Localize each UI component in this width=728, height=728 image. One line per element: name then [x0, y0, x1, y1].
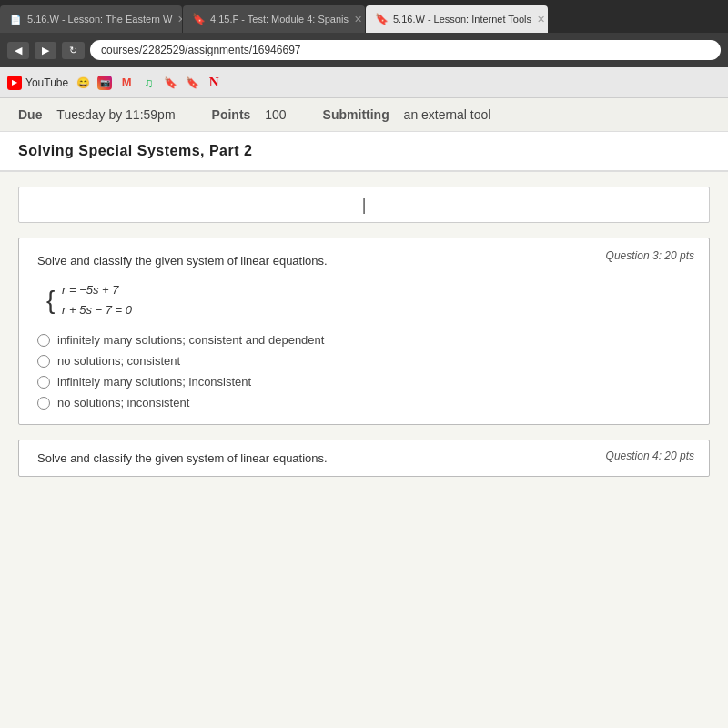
question3-instruction: Solve and classify the given system of l…: [37, 253, 691, 269]
question3-box: Question 3: 20 pts Solve and classify th…: [18, 238, 710, 425]
bookmark-netflix[interactable]: N: [207, 76, 221, 90]
tab-eastern-label: 5.16.W - Lesson: The Eastern W: [27, 14, 172, 25]
address-text: courses/2282529/assignments/16946697: [101, 44, 301, 56]
radio-1[interactable]: [37, 334, 50, 347]
radio-4[interactable]: [37, 397, 50, 410]
equation1: r = −5s + 7: [62, 280, 132, 300]
tab-internet-tools-icon: 🔖: [375, 13, 388, 25]
option-2-text: no solutions; consistent: [57, 354, 180, 368]
radio-3[interactable]: [37, 376, 50, 389]
gmail-icon: M: [119, 76, 134, 90]
answer-option-1[interactable]: infinitely many solutions; consistent an…: [37, 333, 691, 347]
bookmark-youtube[interactable]: ▶ YouTube: [7, 76, 68, 90]
points-info: Points 100: [212, 107, 287, 122]
answer-options: infinitely many solutions; consistent an…: [37, 333, 691, 410]
bookmark-canvas1[interactable]: 🔖: [163, 76, 177, 90]
tab-internet-tools[interactable]: 🔖 5.16.W - Lesson: Internet Tools ✕: [366, 5, 548, 33]
radio-2[interactable]: [37, 355, 50, 368]
instagram-icon: 📷: [97, 76, 112, 90]
forward-button[interactable]: ▶: [35, 42, 56, 59]
assignment-header: Due Tuesday by 11:59pm Points 100 Submit…: [0, 98, 728, 132]
bookmarks-bar: ▶ YouTube 😄 📷 M ♫ 🔖 🔖 N: [0, 67, 728, 98]
equation2: r + 5s − 7 = 0: [62, 300, 132, 320]
tab-internet-tools-label: 5.16.W - Lesson: Internet Tools: [393, 14, 531, 25]
browser-chrome: 📄 5.16.W - Lesson: The Eastern W ✕ 🔖 4.1…: [0, 0, 728, 98]
page-content: Due Tuesday by 11:59pm Points 100 Submit…: [0, 98, 728, 728]
due-label: Due: [18, 107, 42, 122]
tab-test[interactable]: 🔖 4.15.F - Test: Module 4: Spanis ✕: [183, 5, 365, 33]
bookmark-spotify[interactable]: ♫: [141, 76, 156, 90]
points-value: 100: [265, 107, 286, 122]
cursor-indicator: |: [362, 196, 367, 215]
bookmark-canvas2[interactable]: 🔖: [185, 76, 199, 90]
tab-eastern[interactable]: 📄 5.16.W - Lesson: The Eastern W ✕: [0, 5, 182, 33]
content-area: | Question 3: 20 pts Solve and classify …: [0, 172, 728, 491]
bookmark-youtube-label: YouTube: [25, 76, 68, 89]
due-info: Due Tuesday by 11:59pm: [18, 107, 176, 122]
points-label: Points: [212, 107, 251, 122]
bookmark-gmail[interactable]: M: [119, 76, 134, 90]
bookmark-emoji[interactable]: 😄: [76, 76, 90, 90]
option-1-text: infinitely many solutions; consistent an…: [57, 333, 324, 347]
assignment-title: Solving Special Systems, Part 2: [18, 143, 710, 159]
due-value: Tuesday by 11:59pm: [56, 107, 175, 122]
refresh-button[interactable]: ↻: [62, 42, 85, 59]
question4-label: Question 4: 20 pts: [606, 450, 694, 462]
submitting-value: an external tool: [404, 107, 491, 122]
tab-internet-tools-close[interactable]: ✕: [537, 14, 545, 25]
address-bar[interactable]: courses/2282529/assignments/16946697: [90, 40, 721, 60]
youtube-icon: ▶: [7, 76, 22, 90]
canvas2-icon: 🔖: [185, 76, 199, 90]
question4-box: Question 4: 20 pts Solve and classify th…: [18, 440, 710, 477]
brace-icon: {: [46, 288, 55, 313]
bookmark-instagram[interactable]: 📷: [97, 76, 112, 90]
text-input-area[interactable]: |: [18, 187, 710, 223]
spotify-icon: ♫: [141, 76, 156, 90]
answer-option-2[interactable]: no solutions; consistent: [37, 354, 691, 368]
address-bar-row: ◀ ▶ ↻ courses/2282529/assignments/169466…: [0, 33, 728, 67]
tab-test-close[interactable]: ✕: [354, 14, 362, 25]
question3-label: Question 3: 20 pts: [606, 249, 694, 262]
emoji-icon: 😄: [76, 76, 90, 90]
assignment-title-bar: Solving Special Systems, Part 2: [0, 132, 728, 172]
canvas1-icon: 🔖: [163, 76, 177, 90]
tab-test-icon: 🔖: [192, 13, 205, 25]
tab-test-label: 4.15.F - Test: Module 4: Spanis: [210, 14, 349, 25]
tab-eastern-icon: 📄: [9, 13, 22, 25]
tab-eastern-close[interactable]: ✕: [177, 14, 182, 25]
submitting-label: Submitting: [323, 107, 389, 122]
answer-option-3[interactable]: infinitely many solutions; inconsistent: [37, 375, 691, 389]
equations: r = −5s + 7 r + 5s − 7 = 0: [62, 280, 132, 320]
netflix-icon: N: [207, 76, 221, 90]
answer-option-4[interactable]: no solutions; inconsistent: [37, 396, 691, 410]
option-3-text: infinitely many solutions; inconsistent: [57, 375, 251, 389]
tab-bar: 📄 5.16.W - Lesson: The Eastern W ✕ 🔖 4.1…: [0, 0, 728, 33]
question4-instruction: Solve and classify the given system of l…: [37, 451, 691, 465]
option-4-text: no solutions; inconsistent: [57, 396, 189, 410]
submitting-info: Submitting an external tool: [323, 107, 491, 122]
equation-system: { r = −5s + 7 r + 5s − 7 = 0: [46, 280, 691, 320]
back-button[interactable]: ◀: [7, 42, 29, 59]
